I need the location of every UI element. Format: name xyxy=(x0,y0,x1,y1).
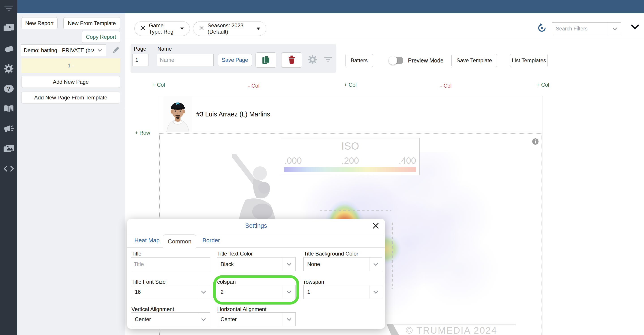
legend-gradient-bar xyxy=(284,167,416,172)
legend-scale-min: .000 xyxy=(284,156,302,166)
page-name-input[interactable] xyxy=(157,54,214,66)
name-label: Name xyxy=(158,46,172,52)
svg-text:?: ? xyxy=(7,85,10,92)
strike-zone-right-line xyxy=(392,222,392,289)
report-select-value: Demo: batting - PRIVATE (brad... xyxy=(21,47,94,54)
gear-icon[interactable] xyxy=(0,64,17,74)
close-icon[interactable] xyxy=(372,222,379,230)
tab-common-active[interactable]: Common xyxy=(163,234,196,248)
info-icon[interactable] xyxy=(532,138,539,146)
remove-filter-icon[interactable] xyxy=(199,26,204,32)
add-col-link-3[interactable]: + Col xyxy=(536,82,549,88)
list-templates-button[interactable]: List Templates xyxy=(510,54,548,67)
dropdown-triangle-icon[interactable] xyxy=(256,28,260,30)
duplicate-page-button[interactable] xyxy=(256,52,276,68)
report-select[interactable]: Demo: batting - PRIVATE (brad... xyxy=(21,44,106,56)
page-number-input[interactable] xyxy=(132,54,148,66)
title-background-color-label: Title Background Color xyxy=(304,250,358,257)
gallery-icon[interactable] xyxy=(0,145,17,154)
title-text-color-select[interactable]: Black xyxy=(217,257,296,271)
megaphone-icon[interactable] xyxy=(0,125,17,133)
preview-mode-toggle[interactable] xyxy=(390,57,403,64)
vertical-alignment-label: Vertical Alignment xyxy=(132,306,174,312)
title-input[interactable] xyxy=(131,257,210,271)
search-filters-box xyxy=(552,22,621,35)
horizontal-alignment-value: Center xyxy=(217,312,282,326)
remove-col-link-2[interactable]: - Col xyxy=(440,83,452,89)
batters-button[interactable]: Batters xyxy=(345,54,373,67)
remove-filter-icon[interactable] xyxy=(140,26,145,32)
new-from-template-button[interactable]: New From Template xyxy=(63,17,120,29)
chevron-down-icon xyxy=(369,258,382,271)
edit-report-pencil-icon[interactable] xyxy=(111,46,120,55)
dropdown-triangle-icon[interactable] xyxy=(180,28,184,30)
legend-scale-mid: .200 xyxy=(342,156,359,166)
menu-icon[interactable] xyxy=(0,6,17,12)
player-name: #3 Luis Arraez (L) Marlins xyxy=(196,96,270,132)
video-library-icon[interactable] xyxy=(0,24,17,33)
chevron-down-icon[interactable] xyxy=(94,44,106,56)
nav-sidebar: ? xyxy=(0,0,17,335)
save-template-button[interactable]: Save Template xyxy=(452,54,497,67)
filter-pill-label: Game Type: Reg xyxy=(149,22,177,35)
chevron-down-icon xyxy=(282,258,295,271)
copy-report-button[interactable]: Copy Report xyxy=(82,31,120,43)
rowspan-value: 1 xyxy=(304,285,369,299)
modal-title: Settings xyxy=(127,222,385,229)
save-page-button[interactable]: Save Page xyxy=(218,54,252,66)
title-text-color-value: Black xyxy=(217,258,282,271)
watermark: © TRUMEDIA 2024 xyxy=(406,325,497,335)
legend-metric-title: ISO xyxy=(281,140,419,152)
title-field-label: Title xyxy=(132,250,141,257)
filter-pill-game-type[interactable]: Game Type: Reg xyxy=(134,21,190,36)
tab-border[interactable]: Border xyxy=(202,233,220,248)
horizontal-alignment-select[interactable]: Center xyxy=(217,312,296,326)
chevron-down-icon xyxy=(369,285,382,299)
filter-pill-seasons[interactable]: Seasons: 2023 (Default) xyxy=(193,21,266,36)
settings-modal: Settings Heat Map Common Border Title Ti… xyxy=(127,219,385,329)
add-row-link[interactable]: + Row xyxy=(135,130,150,136)
page-settings-gear-icon[interactable] xyxy=(308,55,317,65)
add-col-link-1[interactable]: + Col xyxy=(152,82,165,88)
trash-icon xyxy=(288,56,295,65)
player-avatar xyxy=(164,96,192,133)
book-icon[interactable] xyxy=(0,105,17,113)
add-new-page-button[interactable]: Add New Page xyxy=(21,76,120,88)
add-new-page-from-template-button[interactable]: Add New Page From Template xyxy=(21,92,120,104)
code-icon[interactable] xyxy=(0,166,17,172)
help-icon[interactable]: ? xyxy=(0,84,17,93)
vertical-alignment-select[interactable]: Center xyxy=(131,312,210,326)
chevron-down-icon[interactable] xyxy=(609,22,621,35)
chevron-down-icon xyxy=(197,285,210,299)
page-filter-icon[interactable] xyxy=(324,56,332,63)
page-list-item-active[interactable]: 1 - xyxy=(21,58,120,73)
chevron-down-icon xyxy=(282,312,295,326)
strike-zone-top-line xyxy=(320,210,392,212)
title-font-size-select[interactable]: 16 xyxy=(131,285,210,299)
remove-col-link-1[interactable]: - Col xyxy=(248,83,260,89)
delete-page-button[interactable] xyxy=(281,52,302,68)
page-label: Page xyxy=(134,46,146,52)
new-report-button[interactable]: New Report xyxy=(21,17,58,29)
rowspan-label: rowspan xyxy=(304,279,324,285)
filter-bar-divider xyxy=(126,38,644,38)
title-background-color-select[interactable]: None xyxy=(304,257,382,271)
filter-pill-label: Seasons: 2023 (Default) xyxy=(208,22,253,35)
search-filters-input[interactable] xyxy=(552,26,609,32)
rowspan-select[interactable]: 1 xyxy=(304,285,382,299)
colspan-label: colspan xyxy=(217,279,236,285)
title-text-color-label: Title Text Color xyxy=(217,250,253,257)
player-header-cell[interactable]: #3 Luis Arraez (L) Marlins xyxy=(158,96,542,132)
heatmap-legend: ISO .000 .200 .400 xyxy=(281,138,420,175)
add-col-link-2[interactable]: + Col xyxy=(344,82,357,88)
modal-tabs: Heat Map Common Border xyxy=(127,233,385,248)
tag-icon[interactable] xyxy=(0,44,17,54)
preview-mode-label: Preview Mode xyxy=(408,57,443,64)
colspan-select[interactable]: 2 xyxy=(217,285,296,299)
tab-heat-map[interactable]: Heat Map xyxy=(134,233,160,248)
colspan-value: 2 xyxy=(217,285,282,299)
title-font-size-label: Title Font Size xyxy=(132,279,166,285)
toggle-knob xyxy=(389,56,397,65)
collapse-filters-chevron-icon[interactable] xyxy=(631,24,639,30)
filter-history-icon[interactable] xyxy=(537,23,547,34)
